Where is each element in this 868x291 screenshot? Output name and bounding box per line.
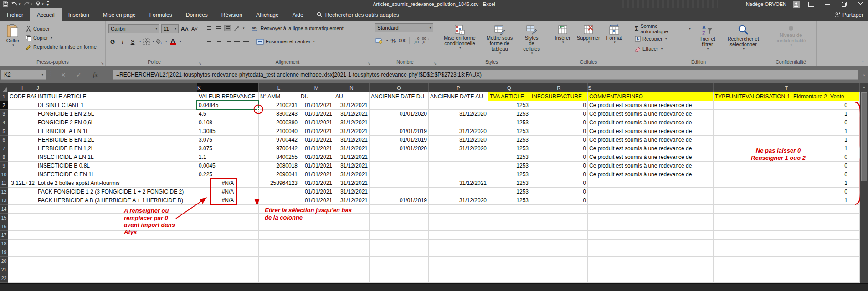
- cell-R8[interactable]: 0: [530, 153, 588, 162]
- cell-O11[interactable]: [370, 179, 429, 188]
- align-middle-button[interactable]: [215, 25, 222, 31]
- cell-P3[interactable]: 31/12/2020: [429, 110, 488, 118]
- cell-T18[interactable]: [714, 240, 860, 248]
- font-size-select[interactable]: 11▾: [161, 24, 179, 33]
- cell-K6[interactable]: 3.075: [197, 136, 259, 144]
- tab-insertion[interactable]: Insertion: [62, 8, 96, 21]
- cell-M10[interactable]: 01/01/2021: [299, 170, 334, 179]
- expand-formula-bar-icon[interactable]: ⌄: [863, 71, 866, 77]
- cell-Q9[interactable]: 1253: [488, 162, 530, 170]
- minimize-button[interactable]: [822, 0, 832, 8]
- cell-K13[interactable]: #N/A: [197, 196, 259, 205]
- cell-P1[interactable]: ANCIENNE DATE AU: [429, 92, 488, 101]
- cell-L10[interactable]: 2090041: [259, 170, 299, 179]
- cell-L7[interactable]: 9700442: [259, 144, 299, 153]
- cell-M7[interactable]: 01/01/2021: [299, 144, 334, 153]
- dialog-launcher-icon[interactable]: ↘: [433, 60, 437, 67]
- cell-Q10[interactable]: 1253: [488, 170, 530, 179]
- autosum-button[interactable]: Σ Somme automatique▾: [635, 24, 691, 33]
- cell-N13[interactable]: 31/12/2021: [334, 196, 370, 205]
- cell-K10[interactable]: 0.225: [197, 170, 259, 179]
- row-header-22[interactable]: 22: [0, 274, 8, 283]
- cell-R22[interactable]: [530, 274, 588, 283]
- redo-button[interactable]: ▾: [24, 2, 33, 7]
- dialog-launcher-icon[interactable]: ↘: [367, 60, 370, 67]
- cell-S3[interactable]: Ce produit est soumis à une redevance de: [588, 110, 714, 118]
- cell-K19[interactable]: [197, 248, 259, 257]
- cell-S16[interactable]: [588, 222, 714, 231]
- cell-S8[interactable]: Ce produit est soumis à une redevance de: [588, 153, 714, 162]
- fill-color-button[interactable]: [156, 38, 163, 45]
- cell-J11[interactable]: Lot de 2 boîtes appât Anti-fourmis: [36, 179, 197, 188]
- cell-S1[interactable]: COMMENTAIREINFO: [588, 92, 714, 101]
- cell-M3[interactable]: 01/01/2021: [299, 110, 334, 118]
- cell-S2[interactable]: Ce produit est soumis à une redevance de: [588, 101, 714, 110]
- clear-button[interactable]: Effacer▾: [635, 44, 691, 53]
- align-bottom-button[interactable]: [224, 25, 231, 31]
- cell-O6[interactable]: 01/01/2019: [370, 136, 429, 144]
- cell-I7[interactable]: [8, 144, 36, 153]
- column-header-S[interactable]: S: [588, 83, 714, 92]
- cell-L21[interactable]: [259, 265, 299, 274]
- row-header-17[interactable]: 17: [0, 231, 8, 240]
- cell-K16[interactable]: [197, 222, 259, 231]
- cell-L16[interactable]: [259, 222, 299, 231]
- cell-Q4[interactable]: 1253: [488, 118, 530, 127]
- cell-J7[interactable]: HERBICIDE B EN 1,2L: [36, 144, 197, 153]
- copy-button[interactable]: Copier ▾: [26, 33, 97, 42]
- cell-J1[interactable]: INTITULE ARTICLE: [36, 92, 197, 101]
- cell-L12[interactable]: [259, 188, 299, 196]
- cell-J5[interactable]: HERBICIDE A EN 1L: [36, 127, 197, 136]
- cell-Q3[interactable]: 1253: [488, 110, 530, 118]
- font-name-select[interactable]: Calibri▾: [108, 24, 159, 33]
- cell-S4[interactable]: Ce produit est soumis à une redevance de: [588, 118, 714, 127]
- cell-J12[interactable]: PACK FONGICIDE 1 2 (3 FONGICIDE 1 + 2 FO…: [36, 188, 197, 196]
- restore-button[interactable]: [839, 0, 849, 8]
- cell-L13[interactable]: [259, 196, 299, 205]
- italic-button[interactable]: I: [118, 37, 127, 46]
- cell-L4[interactable]: 2000380: [259, 118, 299, 127]
- cell-T13[interactable]: 1: [714, 196, 860, 205]
- cell-S21[interactable]: [588, 265, 714, 274]
- cell-J8[interactable]: INSECTICIDE A EN 1L: [36, 153, 197, 162]
- cell-Q21[interactable]: [488, 265, 530, 274]
- row-header-2[interactable]: 2: [0, 101, 8, 110]
- row-header-4[interactable]: 4: [0, 118, 8, 127]
- column-header-Q[interactable]: Q: [488, 83, 530, 92]
- cell-N1[interactable]: AU: [334, 92, 370, 101]
- row-header-5[interactable]: 5: [0, 127, 8, 136]
- row-header-1[interactable]: 1: [0, 92, 8, 101]
- cell-J6[interactable]: HERBICIDE B EN 1,2L: [36, 136, 197, 144]
- cell-N12[interactable]: 31/12/2021: [334, 188, 370, 196]
- cell-Q1[interactable]: TVA ARTICLE: [488, 92, 530, 101]
- tab-mise-en-page[interactable]: Mise en page: [96, 8, 143, 21]
- cell-L1[interactable]: N° AMM: [259, 92, 299, 101]
- row-header-13[interactable]: 13: [0, 196, 8, 205]
- cell-R15[interactable]: [530, 214, 588, 222]
- cell-I4[interactable]: [8, 118, 36, 127]
- cell-R18[interactable]: [530, 240, 588, 248]
- grow-font-button[interactable]: A˄: [180, 25, 189, 33]
- cell-O21[interactable]: [370, 265, 429, 274]
- bold-button[interactable]: G: [108, 37, 117, 46]
- cell-O15[interactable]: [370, 214, 429, 222]
- cell-L9[interactable]: 2080018: [259, 162, 299, 170]
- cell-Q8[interactable]: 1253: [488, 153, 530, 162]
- column-header-O[interactable]: O: [370, 83, 429, 92]
- cell-P21[interactable]: [429, 265, 488, 274]
- paste-button[interactable]: Coller ▾: [3, 23, 23, 59]
- cell-J18[interactable]: [36, 240, 197, 248]
- cell-K4[interactable]: 0.108: [197, 118, 259, 127]
- format-painter-button[interactable]: Reproduire la mise en forme: [26, 42, 97, 51]
- cell-M8[interactable]: 01/01/2021: [299, 153, 334, 162]
- tab-révision[interactable]: Révision: [215, 8, 249, 21]
- cell-Q19[interactable]: [488, 248, 530, 257]
- cell-Q18[interactable]: [488, 240, 530, 248]
- cell-T5[interactable]: 1: [714, 127, 860, 136]
- cell-K14[interactable]: [197, 205, 259, 214]
- row-header-14[interactable]: 14: [0, 205, 8, 214]
- cell-S17[interactable]: [588, 231, 714, 240]
- cell-R1[interactable]: INFOSURFACTURE: [530, 92, 588, 101]
- cell-I16[interactable]: [8, 222, 36, 231]
- cell-O12[interactable]: [370, 188, 429, 196]
